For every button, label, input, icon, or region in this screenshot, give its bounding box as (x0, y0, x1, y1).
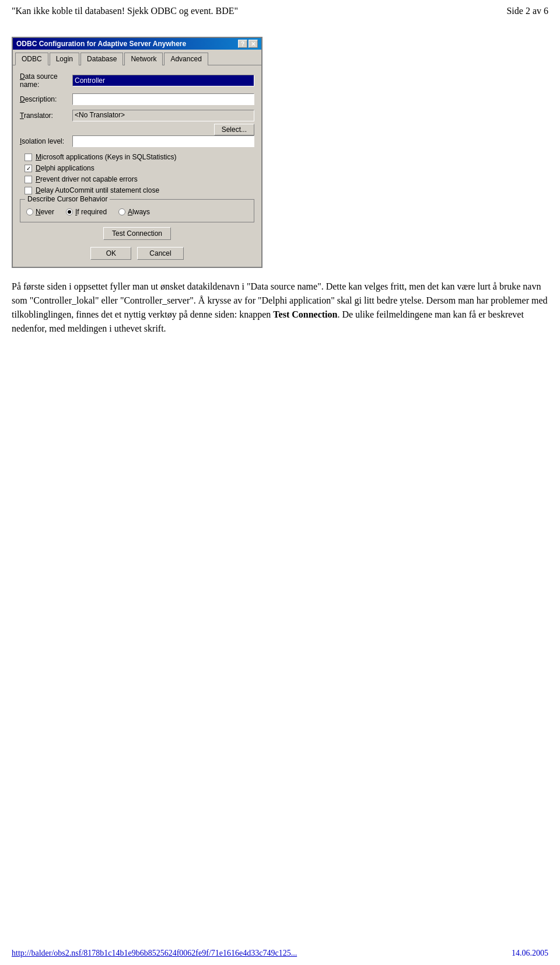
tab-advanced[interactable]: Advanced (164, 53, 208, 65)
radio-never-button[interactable] (26, 208, 33, 215)
data-source-input[interactable] (72, 75, 254, 86)
checkbox-row-2: Delphi applications (24, 164, 254, 172)
body-text-bold: Test Connection (273, 309, 337, 319)
translator-row: Translator: <No Translator> (20, 110, 254, 121)
radio-row: Never If required Always (26, 208, 248, 216)
checkbox-row-3: Prevent driver not capable errors (24, 175, 254, 183)
tab-login[interactable]: Login (50, 53, 79, 65)
page-footer: http://balder/obs2.nsf/8178b1c14b1e9b6b8… (0, 949, 560, 958)
cursor-group: Describe Cursor Behavior Never If requir… (20, 199, 254, 222)
isolation-input[interactable] (72, 135, 254, 147)
radio-ifrequired: If required (66, 208, 107, 216)
ok-button[interactable]: OK (90, 247, 131, 260)
select-button[interactable]: Select... (214, 124, 254, 135)
description-input[interactable] (72, 93, 254, 105)
close-button[interactable]: ✕ (249, 40, 258, 48)
radio-always-label: Always (128, 208, 150, 216)
dialog-container: ODBC Configuration for Adaptive Server A… (12, 37, 548, 268)
radio-never: Never (26, 208, 54, 216)
description-row: Description: (20, 93, 254, 105)
dialog-title: ODBC Configuration for Adaptive Server A… (16, 40, 186, 48)
cursor-group-title: Describe Cursor Behavior (25, 195, 110, 203)
translator-label: Translator: (20, 112, 72, 120)
isolation-row: Isolation level: (20, 135, 254, 147)
help-button[interactable]: ? (238, 40, 247, 48)
data-source-row: Data sourcename: (20, 72, 254, 89)
checkbox-prevent-label: Prevent driver not capable errors (36, 175, 138, 183)
header-right: Side 2 av 6 (506, 6, 548, 16)
odbc-dialog: ODBC Configuration for Adaptive Server A… (12, 37, 262, 268)
checkbox-row-4: Delay AutoCommit until statement close (24, 186, 254, 194)
main-content: ODBC Configuration for Adaptive Server A… (0, 19, 560, 349)
footer-link[interactable]: http://balder/obs2.nsf/8178b1c14b1e9b6b8… (12, 949, 297, 958)
titlebar-buttons: ? ✕ (238, 40, 258, 48)
header-left: "Kan ikke koble til databasen! Sjekk ODB… (12, 6, 238, 16)
translator-dropdown[interactable]: <No Translator> (72, 110, 254, 121)
checkbox-delay-label: Delay AutoCommit until statement close (36, 186, 159, 194)
tab-network[interactable]: Network (124, 53, 163, 65)
checkbox-row-1: Microsoft applications (Keys in SQLStati… (24, 153, 254, 161)
dialog-buttons: OK Cancel (20, 247, 254, 260)
dialog-titlebar: ODBC Configuration for Adaptive Server A… (13, 38, 261, 50)
checkbox-delphi[interactable] (24, 165, 32, 172)
radio-ifrequired-label: If required (75, 208, 107, 216)
checkbox-microsoft-label: Microsoft applications (Keys in SQLStati… (36, 153, 176, 161)
radio-always: Always (118, 208, 150, 216)
tab-database[interactable]: Database (80, 53, 123, 65)
cancel-button[interactable]: Cancel (137, 247, 183, 260)
dialog-tabs: ODBC Login Database Network Advanced (13, 50, 261, 65)
page-header: "Kan ikke koble til databasen! Sjekk ODB… (0, 0, 560, 19)
checkbox-microsoft[interactable] (24, 154, 32, 161)
description-label: Description: (20, 95, 72, 103)
data-source-label: Data sourcename: (20, 72, 72, 89)
checkbox-prevent[interactable] (24, 176, 32, 183)
checkbox-delay[interactable] (24, 187, 32, 194)
checkbox-delphi-label: Delphi applications (36, 164, 94, 172)
radio-ifrequired-button[interactable] (66, 208, 73, 215)
isolation-label: Isolation level: (20, 137, 72, 145)
radio-never-label: Never (36, 208, 54, 216)
test-connection-button[interactable]: Test Connection (103, 227, 171, 240)
body-paragraph-1: På første siden i oppsettet fyller man u… (12, 280, 548, 336)
dialog-body: Data sourcename: Description: Translator… (13, 65, 261, 267)
tab-odbc[interactable]: ODBC (15, 53, 48, 65)
radio-always-button[interactable] (118, 208, 125, 215)
footer-date: 14.06.2005 (512, 949, 548, 958)
select-btn-container: Select... (20, 124, 254, 135)
